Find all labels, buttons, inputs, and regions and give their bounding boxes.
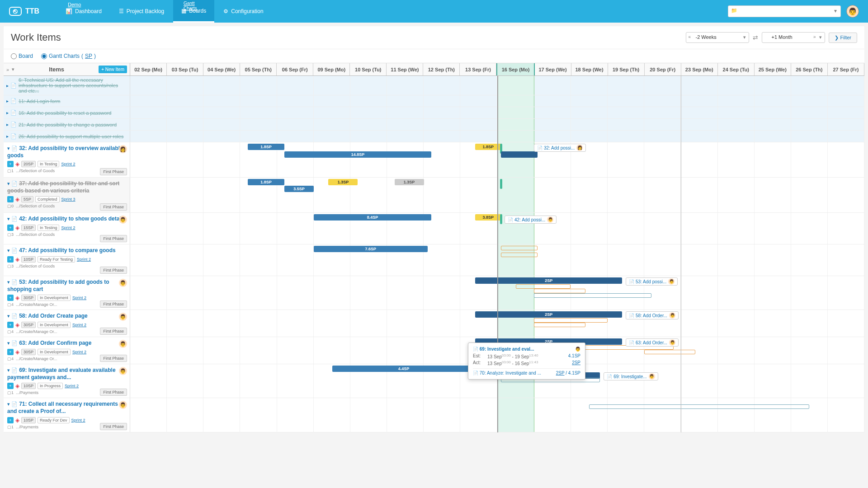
collapsed-row-4[interactable]: ▸ 📄 26: Add possibility to support multi… bbox=[4, 131, 130, 142]
chevron-right-icon[interactable]: ▸ bbox=[6, 110, 9, 115]
sprint-link[interactable]: Sprint 2 bbox=[77, 257, 91, 262]
chevron-right-icon[interactable]: ▸ bbox=[6, 134, 9, 139]
gantt-bar[interactable]: 1.8SP bbox=[248, 144, 284, 150]
gantt-bar[interactable] bbox=[516, 284, 571, 289]
chevron-right-icon[interactable]: ▸ bbox=[6, 83, 9, 88]
item-card-37[interactable]: ▾ 📄 37: Add the possibility to filter an… bbox=[4, 178, 130, 212]
nav-config[interactable]: ⚙ Configuration bbox=[215, 0, 271, 23]
sprint-link[interactable]: Sprint 2 bbox=[72, 296, 86, 300]
view-gantt-radio[interactable]: Gantt Charts (SP) bbox=[41, 53, 96, 59]
chevron-down-icon[interactable]: ▾ bbox=[7, 181, 10, 186]
collapsed-row-0[interactable]: ▸ 📄 6: Technical US: Add all the necessa… bbox=[4, 76, 130, 95]
float-label-32[interactable]: 📄 32: Add possi... 👩 bbox=[534, 144, 586, 152]
float-label-63[interactable]: 📄 63: Add Order... 👨 bbox=[626, 338, 679, 347]
gantt-bar[interactable] bbox=[501, 246, 538, 250]
gantt-bar[interactable] bbox=[501, 151, 538, 158]
chevron-down-icon[interactable]: ▾ bbox=[7, 145, 10, 151]
range-fwd-select[interactable]: +1 Month» bbox=[762, 32, 825, 43]
gantt-bar[interactable] bbox=[589, 404, 809, 409]
assignee-avatar[interactable]: 👨 bbox=[119, 279, 127, 287]
nav-boards[interactable]: Gantt Charts ▦ Boards bbox=[173, 0, 214, 23]
gantt-bar[interactable] bbox=[500, 179, 502, 189]
expand-all-icon[interactable]: » bbox=[6, 67, 9, 72]
add-icon[interactable]: + bbox=[7, 322, 14, 328]
add-icon[interactable]: + bbox=[7, 383, 14, 389]
add-icon[interactable]: + bbox=[7, 196, 14, 202]
sprint-link[interactable]: Sprint 2 bbox=[71, 418, 85, 422]
day-header-3: 05 Sep (Th) bbox=[240, 63, 277, 75]
chevron-down-icon[interactable]: ▾ bbox=[7, 248, 10, 253]
gantt-bar[interactable]: 1.3SP bbox=[395, 179, 424, 185]
chevron-right-icon[interactable]: ▸ bbox=[6, 99, 9, 103]
new-item-button[interactable]: + New Item bbox=[99, 66, 127, 73]
chevron-down-icon[interactable]: ▾ bbox=[7, 279, 10, 285]
gantt-bar[interactable] bbox=[534, 293, 651, 298]
nav-badge[interactable]: Gantt Charts bbox=[184, 1, 204, 11]
collapse-icon[interactable]: ▾ bbox=[12, 66, 14, 72]
add-icon[interactable]: + bbox=[7, 295, 14, 301]
sprint-link[interactable]: Sprint 2 bbox=[61, 225, 75, 230]
collapsed-row-3[interactable]: ▸ 📄 21: Add the possibility to change a … bbox=[4, 119, 130, 130]
chevron-down-icon[interactable]: ▾ bbox=[7, 367, 10, 373]
view-board-radio[interactable]: Board bbox=[11, 53, 33, 59]
assignee-avatar[interactable]: 👨 bbox=[119, 401, 127, 409]
collapsed-row-1[interactable]: ▸ 📄 11: Add Login form bbox=[4, 95, 130, 107]
float-label-42[interactable]: 📄 42: Add possi... 👨 bbox=[505, 216, 557, 224]
add-icon[interactable]: + bbox=[7, 161, 14, 167]
item-card-42[interactable]: ▾ 📄 42: Add possibility to show goods de… bbox=[4, 213, 130, 244]
assignee-avatar[interactable]: 👨 bbox=[119, 216, 127, 224]
gantt-bar[interactable]: 4.4SP bbox=[332, 366, 476, 372]
range-back-select[interactable]: «-2 Weeks bbox=[686, 32, 749, 43]
sprint-link[interactable]: Sprint 2 bbox=[61, 162, 75, 166]
item-card-71[interactable]: ▾ 📄 71: Collect all necessary requiremen… bbox=[4, 398, 130, 432]
nav-backlog[interactable]: ☰ Project Backlog bbox=[111, 0, 172, 23]
chevron-down-icon[interactable]: ▾ bbox=[7, 340, 10, 346]
float-label-53[interactable]: 📄 53: Add possi... 👨 bbox=[626, 277, 678, 286]
add-icon[interactable]: + bbox=[7, 256, 14, 263]
assignee-avatar[interactable]: 👨 bbox=[119, 367, 127, 375]
item-card-32[interactable]: ▾ 📄 32: Add possibility to overview avai… bbox=[4, 142, 130, 177]
gantt-bar[interactable]: 3.5SP bbox=[284, 186, 314, 192]
sprint-link[interactable]: Sprint 2 bbox=[65, 384, 79, 388]
filter-button[interactable]: ❯ Filter bbox=[829, 33, 857, 43]
float-label-58[interactable]: 📄 58: Add Order... 👨 bbox=[626, 311, 679, 319]
nav-dashboard[interactable]: 📊 Dashboard bbox=[57, 0, 110, 23]
add-icon[interactable]: + bbox=[7, 417, 14, 423]
gantt-bar[interactable] bbox=[644, 350, 696, 354]
gantt-bar[interactable]: 8.4SP bbox=[314, 214, 431, 221]
project-select[interactable]: Online Store bbox=[728, 5, 841, 17]
gantt-bar[interactable] bbox=[500, 214, 502, 224]
gantt-bar[interactable]: 14.8SP bbox=[284, 151, 431, 158]
chevron-right-icon[interactable]: ▸ bbox=[6, 122, 9, 127]
item-card-53[interactable]: ▾ 📄 53: Add possibility to add goods to … bbox=[4, 276, 130, 310]
collapsed-row-2[interactable]: ▸ 📄 16: Add the possibility to reset a p… bbox=[4, 107, 130, 118]
item-card-63[interactable]: ▾ 📄 63: Add Order Confirm page👨+◈30SPIn … bbox=[4, 337, 130, 364]
add-icon[interactable]: + bbox=[7, 349, 14, 355]
gantt-bar[interactable]: 1.3SP bbox=[328, 179, 358, 185]
item-card-69[interactable]: ▾ 📄 69: Investigate and evaluate availab… bbox=[4, 364, 130, 398]
gantt-bar[interactable]: 7.6SP bbox=[314, 246, 428, 252]
item-card-47[interactable]: ▾ 📄 47: Add possibility to compare goods… bbox=[4, 244, 130, 276]
add-icon[interactable]: + bbox=[7, 225, 14, 231]
gantt-bar[interactable] bbox=[534, 318, 607, 323]
item-card-58[interactable]: ▾ 📄 58: Add Order Create page👨+◈30SPIn D… bbox=[4, 310, 130, 337]
user-avatar[interactable]: 👨 bbox=[846, 5, 859, 18]
float-label-69[interactable]: 📄 69: Investigate... 👨 bbox=[604, 372, 658, 380]
gantt-bar[interactable]: 1.8SP bbox=[248, 179, 284, 185]
chevron-down-icon[interactable]: ▾ bbox=[7, 401, 10, 407]
swap-icon[interactable]: ⇄ bbox=[753, 34, 758, 41]
chevron-down-icon[interactable]: ▾ bbox=[7, 216, 10, 221]
gantt-bar[interactable] bbox=[501, 253, 538, 257]
day-header-8: 12 Sep (Th) bbox=[423, 63, 460, 75]
logo[interactable]: ⎋ TTB bbox=[9, 7, 39, 16]
gantt-bar[interactable] bbox=[534, 323, 585, 327]
gantt-bar[interactable] bbox=[534, 289, 585, 293]
sprint-link[interactable]: Sprint 3 bbox=[61, 197, 75, 202]
sprint-link[interactable]: Sprint 2 bbox=[72, 350, 86, 354]
chevron-down-icon[interactable]: ▾ bbox=[7, 313, 10, 319]
day-header-2: 04 Sep (We) bbox=[203, 63, 240, 75]
assignee-avatar[interactable]: 👨 bbox=[119, 313, 127, 321]
assignee-avatar[interactable]: 👩 bbox=[119, 145, 127, 153]
sprint-link[interactable]: Sprint 2 bbox=[72, 323, 86, 327]
assignee-avatar[interactable]: 👨 bbox=[119, 340, 127, 348]
